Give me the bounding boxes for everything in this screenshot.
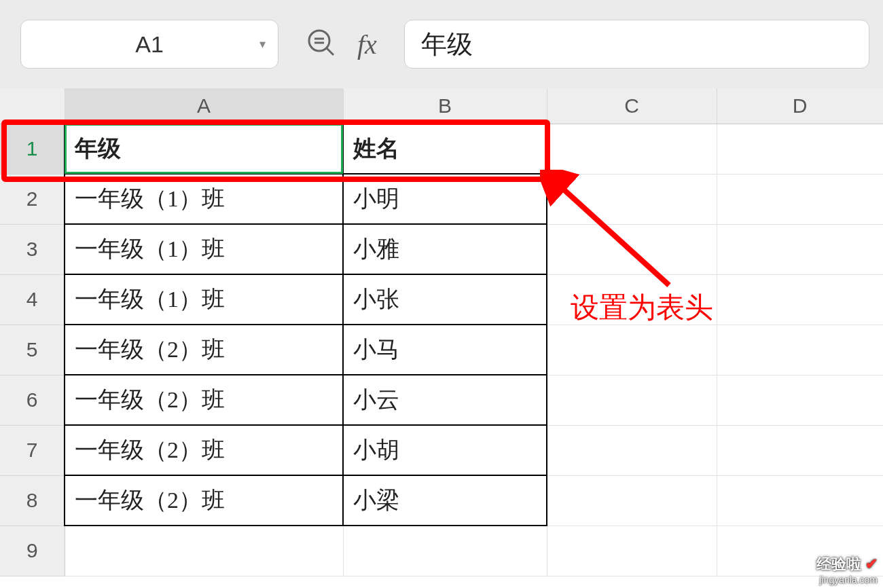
- cell-d5[interactable]: [717, 325, 883, 375]
- formula-input[interactable]: 年级: [404, 20, 869, 69]
- column-header-c[interactable]: C: [547, 88, 717, 124]
- cell-d8[interactable]: [717, 475, 883, 526]
- cell-b6[interactable]: 小云: [343, 375, 547, 425]
- svg-point-0: [309, 31, 329, 51]
- column-header-a[interactable]: A: [65, 88, 343, 124]
- table-row: 3 一年级（1）班 小雅: [0, 224, 883, 274]
- formula-value: 年级: [421, 27, 473, 62]
- column-header-b[interactable]: B: [343, 88, 547, 124]
- chevron-down-icon: ▾: [259, 37, 266, 52]
- search-equals-icon[interactable]: [306, 27, 337, 61]
- table-row: 7 一年级（2）班 小胡: [0, 425, 883, 475]
- cell-c9[interactable]: [547, 526, 717, 576]
- cell-c2[interactable]: [547, 174, 717, 224]
- cell-a7[interactable]: 一年级（2）班: [65, 425, 343, 475]
- cell-c4[interactable]: [547, 274, 717, 325]
- cell-b4[interactable]: 小张: [343, 274, 547, 325]
- cell-a2[interactable]: 一年级（1）班: [65, 174, 343, 224]
- row-header[interactable]: 2: [0, 174, 65, 224]
- cell-d4[interactable]: [717, 274, 883, 325]
- cell-d2[interactable]: [717, 174, 883, 224]
- cell-b7[interactable]: 小胡: [343, 425, 547, 475]
- table-row: 8 一年级（2）班 小梁: [0, 475, 883, 526]
- row-header[interactable]: 3: [0, 224, 65, 274]
- cell-d1[interactable]: [717, 124, 883, 174]
- row-header[interactable]: 6: [0, 375, 65, 425]
- row-header[interactable]: 1: [0, 124, 65, 174]
- cell-a6[interactable]: 一年级（2）班: [65, 375, 343, 425]
- row-header[interactable]: 9: [0, 526, 65, 576]
- cell-b9[interactable]: [343, 526, 547, 576]
- table-row: 9: [0, 526, 883, 576]
- cell-d7[interactable]: [717, 425, 883, 475]
- cell-c6[interactable]: [547, 375, 717, 425]
- spreadsheet-grid[interactable]: A B C D 1 年级 姓名 2 一年级（1）班 小明 3 一年级（1）班 小…: [0, 88, 883, 588]
- cell-c1[interactable]: [547, 124, 717, 174]
- cell-b5[interactable]: 小马: [343, 325, 547, 375]
- cell-a1[interactable]: 年级: [65, 124, 343, 174]
- cell-c7[interactable]: [547, 425, 717, 475]
- select-all-corner[interactable]: [0, 88, 65, 124]
- name-box-value: A1: [135, 31, 164, 58]
- cell-b2[interactable]: 小明: [343, 174, 547, 224]
- table-row: 5 一年级（2）班 小马: [0, 325, 883, 375]
- cell-a3[interactable]: 一年级（1）班: [65, 224, 343, 274]
- formula-bar: A1 ▾ fx 年级: [0, 0, 883, 88]
- row-header[interactable]: 4: [0, 274, 65, 325]
- cell-a5[interactable]: 一年级（2）班: [65, 325, 343, 375]
- column-header-d[interactable]: D: [717, 88, 883, 124]
- row-header[interactable]: 8: [0, 475, 65, 526]
- cell-a4[interactable]: 一年级（1）班: [65, 274, 343, 325]
- cell-b8[interactable]: 小梁: [343, 475, 547, 526]
- cell-a8[interactable]: 一年级（2）班: [65, 475, 343, 526]
- row-header[interactable]: 7: [0, 425, 65, 475]
- cell-c5[interactable]: [547, 325, 717, 375]
- cell-d9[interactable]: [717, 526, 883, 576]
- fx-group: fx: [306, 27, 377, 61]
- cell-d6[interactable]: [717, 375, 883, 425]
- cell-b3[interactable]: 小雅: [343, 224, 547, 274]
- table-row: 1 年级 姓名: [0, 124, 883, 174]
- row-header[interactable]: 5: [0, 325, 65, 375]
- svg-line-3: [327, 48, 334, 55]
- column-header-row: A B C D: [0, 88, 883, 124]
- cell-a9[interactable]: [65, 526, 343, 576]
- cell-d3[interactable]: [717, 224, 883, 274]
- name-box[interactable]: A1 ▾: [20, 20, 278, 69]
- fx-icon[interactable]: fx: [357, 29, 377, 60]
- cell-c8[interactable]: [547, 475, 717, 526]
- table-row: 4 一年级（1）班 小张: [0, 274, 883, 325]
- table-row: 6 一年级（2）班 小云: [0, 375, 883, 425]
- cell-c3[interactable]: [547, 224, 717, 274]
- table-row: 2 一年级（1）班 小明: [0, 174, 883, 224]
- cell-b1[interactable]: 姓名: [343, 124, 547, 174]
